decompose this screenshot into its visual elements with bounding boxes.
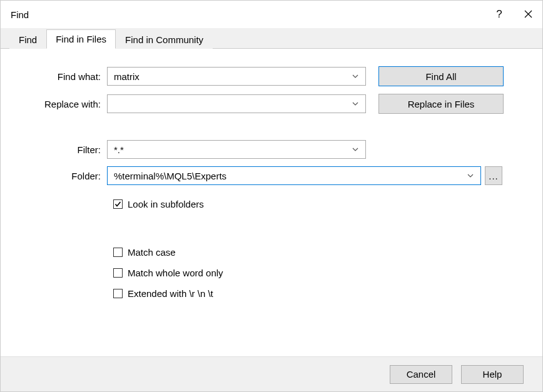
- help-icon: ?: [496, 8, 502, 21]
- dialog-footer: Cancel Help: [1, 356, 542, 391]
- titlebar-help-button[interactable]: ?: [485, 1, 514, 28]
- extended-checkbox[interactable]: [113, 289, 123, 298]
- extended-row: Extended with \r \n \t: [113, 288, 517, 299]
- match-whole-word-checkbox[interactable]: [113, 268, 123, 278]
- filter-label: Filter:: [26, 144, 107, 155]
- match-case-checkbox[interactable]: [113, 248, 123, 257]
- help-button[interactable]: Help: [461, 365, 524, 384]
- folder-combo[interactable]: [107, 166, 481, 185]
- dialog-content: Find what: Find All Replace with:: [1, 49, 542, 356]
- titlebar: Find ?: [1, 1, 542, 28]
- close-icon: [524, 9, 532, 20]
- look-subfolders-label: Look in subfolders: [128, 199, 204, 209]
- find-what-combo[interactable]: [107, 67, 366, 86]
- match-whole-word-label: Match whole word only: [128, 268, 223, 278]
- folder-label: Folder:: [26, 171, 107, 181]
- filter-input[interactable]: [114, 144, 347, 155]
- look-subfolders-checkbox[interactable]: [113, 199, 123, 209]
- chevron-down-icon[interactable]: [350, 148, 360, 151]
- chevron-down-icon[interactable]: [465, 174, 475, 178]
- tab-label: Find in Files: [56, 34, 106, 44]
- find-what-input[interactable]: [114, 71, 347, 82]
- extended-label: Extended with \r \n \t: [128, 288, 213, 299]
- cancel-button[interactable]: Cancel: [390, 365, 452, 384]
- match-whole-word-row: Match whole word only: [113, 268, 517, 278]
- look-subfolders-row: Look in subfolders: [113, 199, 517, 209]
- titlebar-close-button[interactable]: [514, 1, 542, 28]
- match-case-label: Match case: [128, 247, 176, 258]
- tab-label: Find: [19, 34, 37, 45]
- tab-label: Find in Community: [125, 34, 203, 45]
- tab-find[interactable]: Find: [9, 30, 46, 49]
- replace-in-files-button[interactable]: Replace in Files: [378, 94, 504, 114]
- button-label: Find All: [425, 71, 456, 82]
- chevron-down-icon[interactable]: [350, 102, 360, 106]
- folder-input[interactable]: [114, 171, 462, 181]
- tabstrip: Find Find in Files Find in Community: [1, 28, 542, 49]
- button-label: Cancel: [407, 369, 436, 379]
- find-what-label: Find what:: [26, 71, 107, 82]
- find-all-button[interactable]: Find All: [378, 66, 504, 86]
- button-label: Help: [483, 369, 502, 379]
- find-dialog: Find ? Find Find in Files Find in Commun…: [0, 0, 543, 392]
- filter-combo[interactable]: [107, 140, 366, 159]
- button-label: Replace in Files: [408, 99, 475, 109]
- replace-with-label: Replace with:: [26, 99, 107, 109]
- chevron-down-icon[interactable]: [350, 74, 360, 78]
- browse-folder-button[interactable]: ...: [485, 166, 502, 185]
- replace-with-combo[interactable]: [107, 94, 366, 113]
- tab-find-in-community[interactable]: Find in Community: [116, 30, 213, 49]
- tab-find-in-files[interactable]: Find in Files: [46, 29, 116, 49]
- window-title: Find: [11, 9, 485, 20]
- replace-with-input[interactable]: [114, 99, 347, 109]
- match-case-row: Match case: [113, 247, 517, 258]
- ellipsis-icon: ...: [489, 171, 499, 181]
